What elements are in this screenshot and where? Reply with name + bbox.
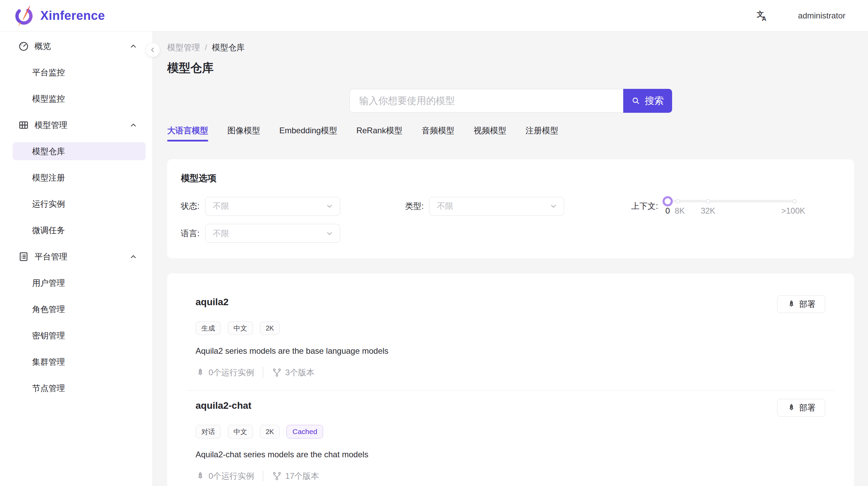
sidebar-item-model-monitoring[interactable]: 模型监控 [13,90,146,108]
app-header: Xinference 文 A administrator [0,0,868,31]
rocket-icon [787,403,796,412]
sidebar-item-label: 节点管理 [32,383,65,394]
tab-registered[interactable]: 注册模型 [525,125,558,141]
layout: 概览 平台监控 模型监控 模型管理 模型仓库 模型注册 运行实例 微调任务 [0,31,868,486]
tab-embedding[interactable]: Embedding模型 [279,125,337,141]
tag-chip: 2K [260,321,280,335]
sidebar-item-finetune-tasks[interactable]: 微调任务 [13,221,146,239]
sidebar-item-role-management[interactable]: 角色管理 [13,300,146,318]
sidebar-item-label: 集群管理 [32,356,65,367]
type-select-value: 不限 [437,201,453,212]
tab-image[interactable]: 图像模型 [227,125,260,141]
model-description: Aquila2 series models are the base langu… [196,345,825,357]
tag-chip: 中文 [228,321,253,335]
user-menu[interactable]: administrator [798,11,845,21]
language-label: 语言: [181,228,200,239]
model-footer: 0个运行实例 3个版本 [196,367,825,390]
running-instances-stat: 0个运行实例 [196,471,254,482]
sidebar-item-label: 平台监控 [32,67,65,78]
versions-text: 3个版本 [285,367,314,378]
grid-icon [18,120,29,131]
tab-llm[interactable]: 大语言模型 [167,125,208,141]
sidebar-group-label: 模型管理 [35,120,129,131]
language-select-value: 不限 [213,228,229,239]
sidebar-group-label: 平台管理 [35,251,129,262]
search-button[interactable]: 搜索 [623,89,672,113]
logo-swoosh-icon [14,4,35,28]
sidebar-item-running-instances[interactable]: 运行实例 [13,195,146,213]
model-card-aquila2-chat: aquila2-chat 部署 对话 中文 [167,391,854,486]
sidebar-item-label: 角色管理 [32,304,65,315]
model-type-tabs: 大语言模型 图像模型 Embedding模型 ReRank模型 音频模型 视频模… [167,125,854,141]
svg-text:A: A [762,15,766,22]
sidebar-group-model-management[interactable]: 模型管理 [0,116,152,134]
type-select[interactable]: 不限 [429,197,564,216]
status-filter: 状态: 不限 [181,197,340,216]
language-select[interactable]: 不限 [205,224,340,243]
slider-handle[interactable] [663,196,673,206]
sidebar-item-platform-monitoring[interactable]: 平台监控 [13,63,146,81]
brand-logo[interactable]: Xinference [14,4,105,28]
tab-rerank[interactable]: ReRank模型 [356,125,402,141]
model-tags: 对话 中文 2K Cached [196,425,825,438]
sidebar-item-model-registration[interactable]: 模型注册 [13,168,146,187]
tab-video[interactable]: 视频模型 [473,125,506,141]
breadcrumb-separator: / [205,43,207,52]
running-instances-stat: 0个运行实例 [196,367,254,378]
slider-dot [706,199,710,203]
sidebar-item-node-management[interactable]: 节点管理 [13,379,146,397]
rocket-icon [196,368,205,377]
status-label: 状态: [181,201,200,212]
header-right: 文 A administrator [756,10,845,22]
deploy-button[interactable]: 部署 [777,399,825,417]
deploy-button[interactable]: 部署 [777,295,825,313]
sidebar-item-label: 密钥管理 [32,330,65,341]
branch-icon [272,471,282,481]
breadcrumb-parent[interactable]: 模型管理 [167,42,200,53]
versions-stat: 17个版本 [263,471,319,482]
sidebar-item-key-management[interactable]: 密钥管理 [13,326,146,345]
search-box: 搜索 [349,89,672,113]
sidebar-item-model-repository[interactable]: 模型仓库 [13,142,146,160]
deploy-button-label: 部署 [799,402,816,413]
slider-dot [792,199,797,203]
branch-icon [272,368,282,377]
slider-track[interactable] [668,200,794,202]
running-instances-text: 0个运行实例 [209,367,254,378]
sidebar-item-label: 模型仓库 [32,146,65,157]
sidebar-collapse-button[interactable] [146,43,160,57]
filter-row-1: 状态: 不限 类型: 不限 [181,195,840,217]
chevron-down-icon [549,202,558,210]
sidebar-item-label: 模型注册 [32,172,65,183]
tab-audio[interactable]: 音频模型 [422,125,454,141]
status-select[interactable]: 不限 [205,197,340,216]
slider-mark-100k: >100K [781,206,805,216]
model-name[interactable]: aquila2 [196,295,228,309]
page-title: 模型仓库 [167,60,854,76]
model-options-card: 模型选项 状态: 不限 类型: 不限 [167,159,854,258]
chevron-down-icon [325,202,334,210]
deploy-button-label: 部署 [799,299,816,310]
sidebar-group-label: 概览 [35,41,129,52]
brand-name: Xinference [40,9,105,23]
search-button-label: 搜索 [645,94,664,107]
sidebar-group-overview[interactable]: 概览 [0,37,152,55]
sidebar-item-user-management[interactable]: 用户管理 [13,274,146,292]
search-input[interactable] [349,89,623,113]
breadcrumb-current: 模型仓库 [212,42,245,53]
slider-mark-32k: 32K [701,206,716,216]
tag-chip: 对话 [196,425,221,438]
dashboard-icon [18,41,29,52]
model-list-card: aquila2 部署 生成 中文 [167,273,854,486]
sidebar-group-platform-management[interactable]: 平台管理 [0,247,152,266]
translate-icon[interactable]: 文 A [756,10,769,22]
model-description: Aquila2-chat series models are the chat … [196,449,825,460]
versions-stat: 3个版本 [263,367,314,378]
versions-text: 17个版本 [285,471,319,482]
running-instances-text: 0个运行实例 [209,471,254,482]
language-filter: 语言: 不限 [181,224,340,243]
rocket-icon [196,471,205,481]
model-name[interactable]: aquila2-chat [196,399,251,413]
model-card-aquila2: aquila2 部署 生成 中文 [167,287,854,390]
sidebar-item-cluster-management[interactable]: 集群管理 [13,353,146,371]
